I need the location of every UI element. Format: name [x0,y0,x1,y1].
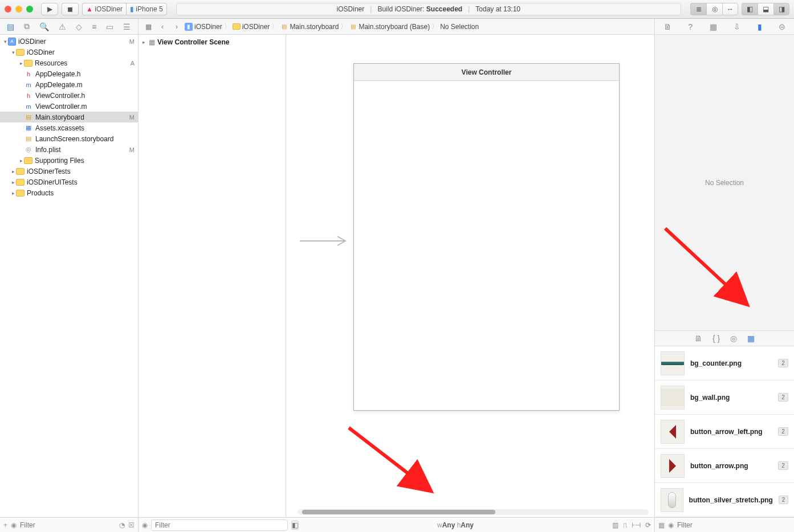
library-item[interactable]: bg_counter.png2 [655,346,794,380]
toggle-inspector-button[interactable]: ◨ [773,3,789,15]
forward-button[interactable]: › [170,21,183,32]
tree-row[interactable]: ▸iOSDinerTests [0,166,138,177]
disclosure-icon[interactable]: ▸ [10,179,16,185]
document-outline[interactable]: ▸ ▦ View Controller Scene [139,35,286,517]
add-icon[interactable]: + [3,521,7,529]
tree-row[interactable]: ▸ResourcesA [0,58,138,68]
stop-button[interactable]: ◼ [62,3,79,15]
outline-scene-row[interactable]: ▸ ▦ View Controller Scene [141,38,283,46]
tree-row[interactable]: ▸Products [0,187,138,198]
back-button[interactable]: ‹ [156,21,169,32]
disclosure-icon[interactable]: ▾ [10,50,16,55]
related-items-button[interactable]: ▦ [142,21,154,32]
initial-vc-arrow [300,235,351,247]
navigator-tabs[interactable]: ▤ ⧉ 🔍 ⚠ ◇ ≡ ▭ ☰ [0,19,138,35]
library-item[interactable]: button_arrow.png2 [655,449,794,483]
disclosure-icon[interactable]: ▸ [10,190,16,196]
debug-navigator-tab[interactable]: ≡ [92,22,96,31]
library-tabs[interactable]: 🗎 { } ◎ ▦ [655,330,794,346]
tree-row[interactable]: mAppDelegate.m [0,79,138,90]
tree-row[interactable]: mViewController.m [0,101,138,112]
media-library[interactable]: bg_counter.png2bg_wall.png2button_arrow_… [655,346,794,517]
tree-row[interactable]: ◎Info.plistM [0,144,138,155]
tree-row[interactable]: ▾iOSDiner [0,47,138,58]
align-button[interactable]: ⎍ [623,521,627,529]
tree-row[interactable]: hViewController.h [0,90,138,101]
storyboard-canvas[interactable]: View Controller [286,35,654,517]
breakpoint-navigator-tab[interactable]: ▭ [106,22,113,31]
tree-row[interactable]: ▾AiOSDinerM [0,36,138,47]
project-navigator-tab[interactable]: ▤ [7,22,14,31]
jump-bar[interactable]: ▦ ‹ › ▮iOSDiner〉iOSDiner〉▤Main.storyboar… [139,19,654,35]
file-inspector-tab[interactable]: 🗎 [663,22,671,31]
attributes-inspector-tab[interactable]: ⇩ [734,22,740,31]
find-navigator-tab[interactable]: 🔍 [39,22,49,31]
version-editor-button[interactable]: ↔ [722,3,738,15]
tree-row[interactable]: ▸Supporting Files [0,155,138,166]
jump-bar-crumb[interactable]: ▤Main.storyboard [280,23,339,31]
tree-row[interactable]: hAppDelegate.h [0,68,138,79]
media-library-tab[interactable]: ▦ [747,334,755,343]
editor-mode-segment[interactable]: ≣ ◎ ↔ [690,3,738,15]
zoom-window-button[interactable] [26,6,33,13]
library-item[interactable]: bg_wall.png2 [655,380,794,415]
outline-filter-input[interactable] [151,519,288,531]
library-filter-input[interactable] [677,521,791,529]
jump-bar-crumb[interactable]: No Selection [440,23,479,31]
code-snippet-library-tab[interactable]: { } [712,334,720,343]
minimize-window-button[interactable] [15,6,22,13]
toggle-navigator-button[interactable]: ◧ [742,3,758,15]
toggle-outline-button[interactable]: ◧ [291,521,299,530]
library-view-mode-icon[interactable]: ▦ [658,521,665,529]
quick-help-tab[interactable]: ? [688,22,693,31]
test-navigator-tab[interactable]: ◇ [76,22,82,31]
issue-navigator-tab[interactable]: ⚠ [59,22,66,31]
close-window-button[interactable] [5,6,11,13]
object-library-tab[interactable]: ◎ [730,334,737,343]
identity-inspector-tab[interactable]: ▦ [710,22,717,31]
disclosure-icon[interactable]: ▸ [18,60,24,66]
annotation-arrow-library [659,223,754,308]
disclosure-icon[interactable]: ▸ [10,169,16,174]
view-controller-scene[interactable]: View Controller [353,63,620,411]
tree-row[interactable]: ▦Assets.xcassets [0,122,138,133]
vc-title-bar[interactable]: View Controller [354,64,619,81]
recent-filter-icon[interactable]: ◔ [119,521,125,529]
report-navigator-tab[interactable]: ☰ [123,22,131,31]
library-item[interactable]: button_arrow_left.png2 [655,415,794,449]
tree-row[interactable]: ▸iOSDinerUITests [0,177,138,187]
connections-inspector-tab[interactable]: ⊝ [779,22,785,31]
filter-scope-icon[interactable]: ◉ [11,521,17,529]
panel-toggle-segment[interactable]: ◧ ⬓ ◨ [742,3,789,15]
tree-row[interactable]: ▤Main.storyboardM [0,112,138,122]
library-filter-scope-icon[interactable]: ◉ [668,521,674,529]
jump-bar-crumb[interactable]: ▮iOSDiner [185,23,222,31]
disclosure-icon[interactable]: ▾ [2,39,8,44]
outline-filter-scope-icon[interactable]: ◉ [142,521,148,529]
resolve-issues-button[interactable]: ⟳ [645,521,651,529]
library-item[interactable]: button_silver_stretch.png2 [655,483,794,517]
project-tree[interactable]: ▾AiOSDinerM▾iOSDiner▸ResourcesAhAppDeleg… [0,35,138,517]
inspector-tabs[interactable]: 🗎 ? ▦ ⇩ ▮ ⊝ [655,19,794,35]
run-button[interactable]: ▶ [41,3,58,15]
scheme-selector[interactable]: ▲ iOSDiner ▮ iPhone 5 [82,3,167,15]
stack-button[interactable]: ▥ [612,521,618,529]
pin-button[interactable]: ⊦⊣ [632,521,641,529]
assistant-editor-button[interactable]: ◎ [706,3,722,15]
file-template-library-tab[interactable]: 🗎 [694,334,702,343]
jump-bar-path[interactable]: ▮iOSDiner〉iOSDiner〉▤Main.storyboard〉▤Mai… [185,22,479,31]
disclosure-icon[interactable]: ▸ [18,158,24,163]
size-class-control[interactable]: wAny hAny [302,521,609,529]
canvas-h-scrollbar[interactable] [298,509,649,515]
symbol-navigator-tab[interactable]: ⧉ [24,22,30,31]
jump-bar-crumb[interactable]: ▤Main.storyboard (Base) [349,23,430,31]
jump-bar-crumb[interactable]: iOSDiner [233,23,270,31]
navigator-filter-input[interactable] [20,521,116,529]
toggle-debug-button[interactable]: ⬓ [758,3,773,15]
scm-filter-icon[interactable]: ☒ [128,521,135,529]
standard-editor-button[interactable]: ≣ [690,3,706,15]
size-inspector-tab[interactable]: ▮ [758,22,762,31]
tree-row[interactable]: ▤LaunchScreen.storyboard [0,133,138,144]
disclosure-icon[interactable]: ▸ [141,39,146,45]
library-item-name: button_arrow_left.png [690,428,772,436]
